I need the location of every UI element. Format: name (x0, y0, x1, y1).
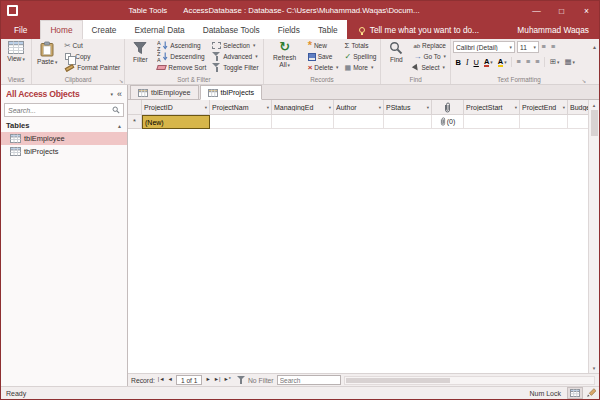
nav-pane-menu-arrow-icon[interactable]: ▾ (110, 91, 113, 97)
italic-button[interactable]: I (463, 56, 471, 68)
scrollbar-thumb[interactable] (346, 378, 451, 383)
tab-file[interactable]: File (1, 20, 40, 39)
cell-projectid-new[interactable]: (New) (142, 115, 210, 129)
highlight-color-button[interactable]: A▾ (495, 56, 509, 68)
nav-search-input[interactable] (8, 107, 110, 114)
vertical-scrollbar[interactable]: ▴ ▾ (588, 100, 599, 373)
cut-button[interactable]: ✂Cut (62, 40, 122, 51)
access-app-icon[interactable] (7, 5, 18, 16)
clipboard-dialog-launcher[interactable]: ↘ (119, 78, 124, 84)
selection-button[interactable]: Selection▾ (210, 40, 260, 51)
new-record-nav-button[interactable]: ►* (224, 377, 231, 382)
copy-button[interactable]: Copy (62, 51, 122, 62)
select-all-corner[interactable] (128, 100, 142, 115)
scroll-up-icon[interactable]: ▴ (593, 102, 596, 108)
record-search-input[interactable] (277, 375, 341, 385)
go-to-label: Go To (423, 53, 440, 60)
alt-row-color-button[interactable]: ▦▾ (562, 56, 578, 68)
new-record-button[interactable]: *New (306, 40, 341, 51)
remove-sort-button[interactable]: Remove Sort (155, 62, 208, 73)
horizontal-scrollbar[interactable] (344, 376, 595, 385)
select-button[interactable]: Select▾ (411, 62, 448, 73)
cell-author[interactable] (334, 115, 384, 129)
previous-record-button[interactable]: ◄ (168, 377, 173, 382)
nav-section-tables[interactable]: Tables ▲ (1, 119, 127, 132)
tab-fields[interactable]: Fields (269, 20, 309, 39)
no-filter-button[interactable]: No Filter (237, 376, 274, 385)
totals-button[interactable]: ΣTotals (343, 40, 379, 51)
first-record-button[interactable]: |◄ (158, 377, 165, 382)
sidebar-item-tblEmployee[interactable]: tblEmployee (1, 132, 127, 145)
find-button[interactable]: Find (383, 40, 409, 63)
navigation-pane: All Access Objects ▾ « Tables ▲ tblEmplo… (1, 85, 128, 386)
collapse-ribbon-button[interactable]: ▴ (593, 43, 596, 50)
column-header-author[interactable]: Author▾ (334, 100, 384, 115)
scissors-icon: ✂ (64, 42, 70, 50)
go-to-button[interactable]: →Go To▾ (411, 51, 448, 62)
window-controls: — □ × (524, 1, 599, 20)
replace-button[interactable]: abReplace (411, 40, 448, 51)
ascending-button[interactable]: AZ Ascending (155, 40, 208, 51)
design-view-button[interactable] (583, 387, 599, 399)
more-button[interactable]: ▦More▾ (343, 62, 379, 73)
datasheet-view-button[interactable] (567, 387, 583, 399)
tell-me-box[interactable]: Tell me what you want to do... (347, 20, 508, 39)
delete-record-button[interactable]: ×Delete▾ (306, 62, 341, 73)
last-record-button[interactable]: ►| (214, 377, 221, 382)
column-header-projectstart[interactable]: ProjectStart▾ (464, 100, 520, 115)
font-size-select[interactable]: 11▾ (517, 41, 539, 53)
row-selector[interactable]: * (128, 115, 142, 129)
descending-button[interactable]: ZA Descending (155, 51, 208, 62)
bullets-button[interactable]: ≡ (539, 41, 548, 53)
paste-button[interactable]: Paste▾ (34, 40, 60, 65)
close-button[interactable]: × (574, 1, 599, 20)
cell-pstatus[interactable] (384, 115, 432, 129)
align-right-button[interactable]: ≡ (533, 56, 542, 68)
scroll-down-icon[interactable]: ▾ (593, 365, 596, 371)
column-header-attachment[interactable] (432, 100, 464, 115)
doc-tab-tblProjects[interactable]: tblProjects (200, 85, 263, 100)
bold-button[interactable]: B (453, 56, 463, 68)
cell-projectend[interactable] (520, 115, 568, 129)
column-header-projectend[interactable]: ProjectEnd▾ (520, 100, 568, 115)
spelling-button[interactable]: ✓Spelling (343, 51, 379, 62)
save-record-button[interactable]: Save (306, 51, 341, 62)
font-color-button[interactable]: A▾ (481, 56, 495, 68)
advanced-button[interactable]: Advanced▾ (210, 51, 260, 62)
user-account[interactable]: Muhammad Waqas (507, 20, 599, 39)
tab-external-data[interactable]: External Data (125, 20, 193, 39)
tab-create[interactable]: Create (83, 20, 126, 39)
shutter-bar-close-icon[interactable]: « (117, 89, 122, 99)
align-left-button[interactable]: ≡ (514, 56, 523, 68)
next-record-button[interactable]: ► (205, 377, 210, 382)
cell-managinged[interactable] (272, 115, 334, 129)
column-header-projectid[interactable]: ProjectID▾ (142, 100, 210, 115)
gridlines-button[interactable]: ⊞▾ (547, 56, 562, 68)
cell-projectname[interactable] (210, 115, 272, 129)
maximize-button[interactable]: □ (549, 1, 574, 20)
tab-table[interactable]: Table (309, 20, 347, 39)
align-right-icon: ≡ (535, 58, 539, 66)
view-button[interactable]: View▾ (3, 40, 29, 62)
tab-database-tools[interactable]: Database Tools (194, 20, 269, 39)
format-painter-button[interactable]: Format Painter (62, 62, 122, 73)
font-name-select[interactable]: Calibri (Detail)▾ (453, 41, 515, 53)
copy-icon (65, 53, 71, 60)
column-header-projectname[interactable]: ProjectNam▾ (210, 100, 272, 115)
refresh-all-button[interactable]: ↻ Refresh All▾ (266, 40, 304, 69)
tab-home[interactable]: Home (40, 20, 82, 39)
cell-projectstart[interactable] (464, 115, 520, 129)
filter-button[interactable]: Filter (127, 40, 153, 63)
text-formatting-dialog-launcher[interactable]: ↘ (581, 78, 586, 84)
doc-tab-tblEmployee[interactable]: tblEmployee (130, 85, 199, 99)
numbering-button[interactable]: ≡ (548, 41, 557, 53)
sidebar-item-tblProjects[interactable]: tblProjects (1, 145, 127, 158)
toggle-filter-button[interactable]: Toggle Filter (210, 62, 260, 73)
cell-attachment[interactable]: (0) (432, 115, 464, 129)
minimize-button[interactable]: — (524, 1, 549, 20)
underline-button[interactable]: U (471, 56, 481, 68)
column-header-pstatus[interactable]: PStatus▾ (384, 100, 432, 115)
scrollbar-thumb[interactable] (591, 110, 598, 136)
align-center-button[interactable]: ≡ (523, 56, 532, 68)
column-header-managinged[interactable]: ManagingEd▾ (272, 100, 334, 115)
